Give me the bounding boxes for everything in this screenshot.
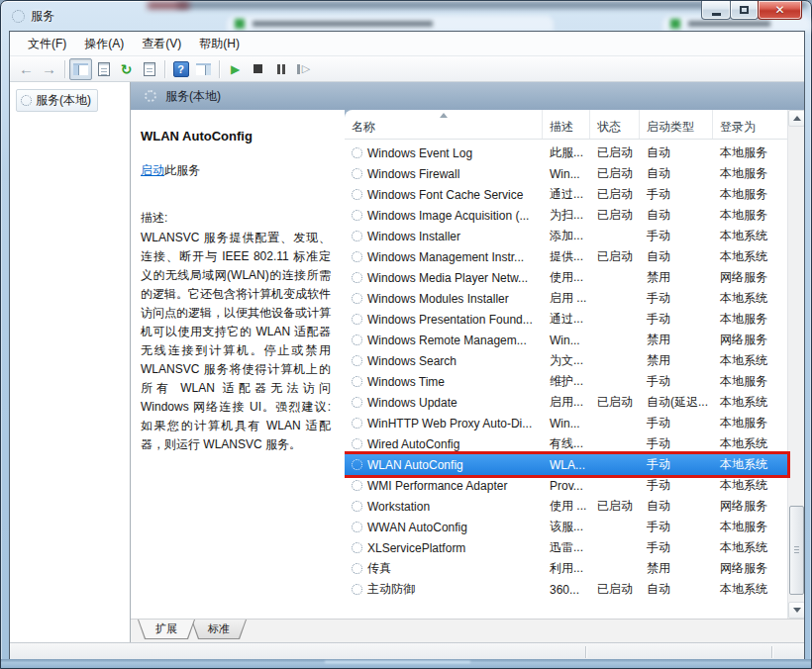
- table-row[interactable]: Windows Remote Managem... Win... 禁用 网络服务: [345, 330, 787, 350]
- column-header-startup-type[interactable]: 启动类型: [640, 110, 713, 139]
- column-header-name[interactable]: 名称: [345, 110, 543, 139]
- table-row[interactable]: WinHTTP Web Proxy Auto-Di... Win... 手动 本…: [345, 413, 787, 433]
- service-description-cell: 添加...: [543, 228, 590, 244]
- service-gear-icon: [352, 459, 362, 470]
- table-row[interactable]: Windows Media Player Netw... 使用... 禁用 网络…: [345, 267, 787, 288]
- services-rows: Windows Event Log 此服... 已启动 自动 本地服务 Wind…: [345, 140, 787, 600]
- service-gear-icon: [352, 314, 362, 325]
- pane-header-band: 服务(本地): [131, 82, 804, 110]
- service-description-cell: Prov...: [543, 479, 590, 493]
- stop-service-button[interactable]: [247, 58, 269, 80]
- menu-action[interactable]: 操作(A): [75, 33, 133, 55]
- table-row[interactable]: Wired AutoConfig 有线... 手动 本地系统: [345, 433, 787, 454]
- table-row[interactable]: Workstation 使用 ... 已启动 自动 网络服务: [345, 496, 787, 517]
- service-gear-icon: [352, 334, 362, 345]
- vertical-scrollbar[interactable]: [787, 110, 804, 619]
- service-gear-icon: [352, 397, 362, 408]
- table-row-selected[interactable]: WLAN AutoConfig WLA... 手动 本地系统: [345, 454, 787, 475]
- forward-icon: →: [42, 61, 56, 76]
- back-icon: ←: [19, 61, 34, 76]
- service-name: Windows Remote Managem...: [367, 334, 527, 347]
- service-startup-type-cell: 自动: [640, 248, 713, 265]
- menu-view[interactable]: 查看(V): [133, 33, 190, 55]
- service-description-cell: Win...: [543, 417, 590, 430]
- table-row[interactable]: Windows Image Acquisition (... 为扫... 已启动…: [345, 205, 787, 226]
- close-button[interactable]: ✕: [758, 1, 802, 20]
- scroll-down-button[interactable]: [788, 602, 804, 619]
- close-icon: ✕: [774, 3, 784, 17]
- table-row[interactable]: 主动防御 360... 已启动 自动 本地系统: [345, 579, 787, 600]
- service-startup-type-cell: 自动: [640, 498, 713, 515]
- service-logon-as-cell: 本地系统: [713, 581, 787, 598]
- properties-button[interactable]: [92, 58, 115, 80]
- start-service-link[interactable]: 启动: [141, 163, 164, 177]
- service-logon-as-cell: 本地系统: [713, 394, 787, 411]
- table-row[interactable]: WMI Performance Adapter Prov... 手动 本地系统: [345, 475, 787, 496]
- service-name: 主动防御: [367, 581, 415, 598]
- service-description-cell: 启用 ...: [543, 290, 590, 307]
- service-description-cell: 有线...: [543, 435, 590, 452]
- table-row[interactable]: Windows Update 启用... 已启动 自动(延迟... 本地系统: [345, 392, 787, 413]
- console-tree-icon: [73, 63, 88, 75]
- start-service-button[interactable]: ▶: [224, 58, 247, 80]
- scroll-down-icon: [793, 608, 801, 613]
- table-row[interactable]: XLServicePlatform 迅雷... 手动 本地系统: [345, 537, 787, 558]
- service-gear-icon: [352, 438, 362, 449]
- view-tab-strip: 扩展 标准: [131, 619, 804, 642]
- menu-help[interactable]: 帮助(H): [190, 33, 249, 55]
- console-tree-panel: 服务(本地): [10, 82, 131, 642]
- restart-service-button[interactable]: ▷: [292, 58, 315, 80]
- service-name: Windows Time: [367, 375, 445, 389]
- scroll-up-button[interactable]: [788, 110, 804, 127]
- table-row[interactable]: WWAN AutoConfig 该服... 手动 本地服务: [345, 517, 787, 537]
- column-header-status[interactable]: 状态: [590, 110, 640, 139]
- minimize-button[interactable]: [701, 1, 731, 20]
- tab-standard[interactable]: 标准: [191, 620, 247, 639]
- table-row[interactable]: Windows Firewall Win... 已启动 自动 本地服务: [345, 163, 787, 184]
- tree-item-services-local[interactable]: 服务(本地): [16, 89, 98, 112]
- service-status-cell: 已启动: [590, 165, 640, 182]
- table-row[interactable]: Windows Time 维护... 手动 本地服务: [345, 371, 787, 392]
- table-row[interactable]: Windows Management Instr... 提供... 已启动 自动…: [345, 246, 787, 267]
- service-name: Windows Update: [367, 396, 457, 410]
- menu-file[interactable]: 文件(F): [19, 33, 75, 55]
- column-header-description[interactable]: 描述: [543, 110, 590, 139]
- pause-service-icon: [277, 64, 285, 74]
- table-row[interactable]: Windows Installer 添加... 手动 本地系统: [345, 226, 787, 246]
- show-console-tree-button[interactable]: [69, 58, 92, 80]
- minimize-icon: [712, 13, 721, 16]
- table-row[interactable]: Windows Modules Installer 启用 ... 手动 本地系统: [345, 288, 787, 309]
- show-action-pane-button[interactable]: [192, 58, 215, 80]
- action-pane-icon: [196, 63, 211, 75]
- service-name: XLServicePlatform: [367, 541, 465, 555]
- table-row[interactable]: Windows Search 为文... 禁用 本地系统: [345, 350, 787, 371]
- service-startup-type-cell: 手动: [640, 519, 713, 535]
- service-description-cell: Win...: [543, 167, 590, 181]
- help-button[interactable]: ?: [169, 58, 192, 80]
- table-row[interactable]: 传真 利用... 禁用 网络服务: [345, 558, 787, 579]
- service-description-cell: 此服...: [543, 144, 590, 161]
- refresh-button[interactable]: ↻: [115, 58, 138, 80]
- table-row[interactable]: Windows Presentation Found... 通过... 手动 本…: [345, 309, 787, 330]
- start-service-icon: ▶: [231, 63, 240, 75]
- title-bar[interactable]: 服务: [1, 1, 811, 31]
- column-header-logon-as[interactable]: 登录为: [713, 110, 787, 139]
- forward-button[interactable]: →: [38, 58, 60, 80]
- service-startup-type-cell: 手动: [640, 311, 713, 328]
- export-list-button[interactable]: [138, 58, 160, 80]
- service-logon-as-cell: 网络服务: [713, 560, 787, 577]
- service-gear-icon: [352, 584, 362, 595]
- service-name: Workstation: [367, 500, 430, 514]
- service-description-cell: 通过...: [543, 311, 590, 328]
- maximize-button[interactable]: [730, 1, 759, 20]
- pause-service-button[interactable]: [269, 58, 292, 80]
- service-startup-type-cell: 手动: [640, 477, 713, 494]
- service-gear-icon: [352, 210, 362, 221]
- service-logon-as-cell: 本地服务: [713, 373, 787, 390]
- tab-extended[interactable]: 扩展: [138, 620, 195, 639]
- table-row[interactable]: Windows Font Cache Service 通过... 已启动 手动 …: [345, 184, 787, 205]
- services-icon: [21, 95, 32, 106]
- back-button[interactable]: ←: [15, 58, 38, 80]
- scrollbar-thumb[interactable]: [789, 506, 804, 595]
- table-row[interactable]: Windows Event Log 此服... 已启动 自动 本地服务: [345, 143, 787, 163]
